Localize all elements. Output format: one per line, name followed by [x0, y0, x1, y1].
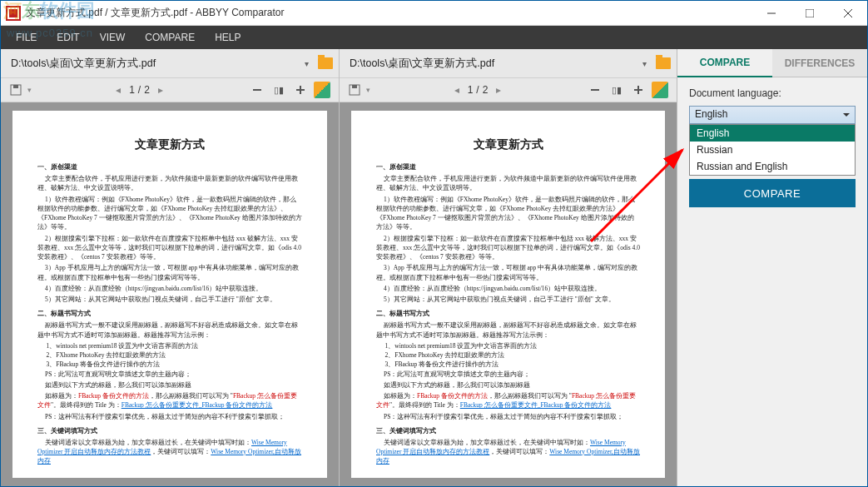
paragraph: 如标题为：FBackup 备份文件的方法，那么副标题我们可以写为 "FBacku…	[376, 391, 640, 410]
open-folder-button[interactable]	[655, 55, 672, 72]
language-option[interactable]: Russian and English	[690, 158, 855, 175]
save-button[interactable]	[345, 80, 365, 100]
paragraph: PS：这种写法有利于搜索引擎优先，标题太过于简短的内容不利于搜索引擎抓取；	[37, 412, 302, 421]
section-heading: 一、原创渠道	[376, 162, 640, 171]
list-item: 3、FBackup 将备份文件进行操作的方法	[376, 360, 640, 369]
paragraph: 3）App 手机应用与上方的编写方法一致，可根据 app 中有具体功能菜单，编写…	[37, 263, 302, 282]
paragraph: 1）软件教程编写：例如《FXhome PhotoKey》软件，是一款数码照片编辑…	[37, 195, 302, 232]
menu-view[interactable]: VIEW	[90, 26, 136, 49]
paragraph: 如遇到以下方式的标题，那么我们可以添加副标题	[37, 380, 302, 390]
paragraph: 如遇到以下方式的标题，那么我们可以添加副标题	[376, 380, 640, 390]
path-dropdown-icon[interactable]: ▾	[300, 59, 314, 68]
right-document-pane: D:\tools\桌面\文章更新方式.pdf ▾ ▾ ◂ 1 / 2 ▸	[339, 49, 677, 486]
paragraph: 关键词通常以文章标题为始，加文章标题过长，在关键词中填写时如：Wise Memo…	[376, 438, 640, 466]
fit-icon	[314, 82, 330, 98]
section-heading: 二、标题书写方式	[376, 309, 640, 318]
next-page-button[interactable]: ▸	[153, 84, 168, 96]
menu-bar: FILE EDIT VIEW COMPARE HELP	[1, 26, 867, 49]
zoom-in-button[interactable]	[290, 80, 310, 100]
prev-page-button[interactable]: ◂	[111, 84, 126, 96]
zoom-out-button[interactable]	[247, 80, 267, 100]
paragraph: 关键词通常以文章标题为始，加文章标题过长，在关键词中填写时如：Wise Memo…	[37, 438, 302, 466]
fit-page-button[interactable]	[312, 80, 332, 100]
paragraph: 副标题书写方式一般不建议采用副标题，副标题写不好容易造成标题文余。如文章在标题中…	[37, 321, 302, 340]
list-item: 2、FXhome PhotoKey 去掉红眼效果的方法	[376, 350, 640, 360]
window-title: 文章更新方式.pdf / 文章更新方式.pdf - ABBYY Comparat…	[26, 6, 752, 20]
save-dropdown-icon[interactable]: ▾	[366, 86, 370, 94]
page-total: 2	[141, 84, 153, 96]
paragraph: 4）百度经验：从百度经验（https://jingyan.baidu.com/l…	[376, 284, 640, 293]
list-item: 3、FBackup 将备份文件进行操作的方法	[37, 360, 302, 369]
folder-icon	[656, 57, 671, 69]
svg-rect-10	[352, 85, 357, 88]
maximize-button[interactable]	[791, 1, 829, 26]
paragraph: 5）其它网站：从其它网站中获取热门视点关键词，自己手工进行 "原创" 文章。	[37, 295, 302, 304]
language-value[interactable]: English	[689, 106, 856, 124]
language-option[interactable]: English	[690, 125, 855, 142]
language-select[interactable]: English English Russian Russian and Engl…	[689, 106, 856, 124]
compare-button[interactable]: COMPARE	[689, 179, 856, 207]
menu-edit[interactable]: EDIT	[47, 26, 89, 49]
fit-icon	[652, 82, 668, 98]
fit-page-button[interactable]	[650, 80, 670, 100]
page-total: 2	[479, 84, 492, 96]
language-label: Document language:	[689, 87, 856, 99]
page-content: 文章更新方式 一、原创渠道 文章主要配合软件，手机应用进行更新，为软件频道中最新…	[12, 111, 327, 478]
section-heading: 一、原创渠道	[37, 162, 302, 171]
list-item: 1、wintools net premium18 设置为中文语言界面的方法	[37, 341, 302, 350]
menu-file[interactable]: FILE	[6, 26, 47, 49]
section-heading: 三、关键词填写方式	[376, 426, 640, 435]
left-document-pane: D:\tools\桌面\文章更新方式.pdf ▾ ▾ ◂ 1 / 2 ▸	[1, 49, 339, 486]
paragraph: PS：此写法可直观写明文章插述文章的主题内容；	[37, 370, 302, 379]
svg-rect-1	[806, 9, 814, 17]
paragraph: PS：这种写法有利于搜索引擎优先，标题太过于简短的内容不利于搜索引擎抓取；	[376, 412, 640, 421]
title-bar: 文章更新方式.pdf / 文章更新方式.pdf - ABBYY Comparat…	[1, 1, 867, 26]
paragraph: 4）百度经验：从百度经验（https://jingyan.baidu.com/l…	[37, 284, 302, 293]
app-icon	[6, 6, 21, 21]
list-item: 1、wintools net premium18 设置为中文语言界面的方法	[376, 341, 640, 350]
menu-help[interactable]: HELP	[205, 26, 250, 49]
paragraph: 3）App 手机应用与上方的编写方法一致，可根据 app 中有具体功能菜单，编写…	[376, 263, 640, 282]
save-dropdown-icon[interactable]: ▾	[27, 86, 32, 94]
paragraph: 如标题为：FBackup 备份文件的方法，那么副标题我们可以写为 "FBacku…	[37, 391, 302, 410]
save-button[interactable]	[6, 80, 26, 100]
open-folder-button[interactable]	[317, 55, 334, 72]
zoom-out-button[interactable]	[585, 80, 605, 100]
paragraph: 5）其它网站：从其它网站中获取热门视点关键词，自己手工进行 "原创" 文章。	[376, 295, 640, 304]
tab-differences[interactable]: DIFFERENCES	[772, 49, 867, 77]
minimize-button[interactable]	[752, 1, 791, 26]
paragraph: 文章主要配合软件，手机应用进行更新，为软件频道中最新更新的软件编写软件使用教程、…	[376, 174, 640, 193]
language-dropdown: English Russian Russian and English	[689, 124, 856, 176]
paragraph: 1）软件教程编写：例如《FXhome PhotoKey》软件，是一款数码照片编辑…	[376, 195, 640, 232]
menu-compare[interactable]: COMPARE	[135, 26, 205, 49]
page-current[interactable]: 1	[126, 84, 138, 96]
zoom-mode-button[interactable]: ▯▮	[269, 80, 289, 100]
zoom-mode-button[interactable]: ▯▮	[607, 80, 627, 100]
paragraph: 2）根据搜索引擎下拉框：如一款软件在百度搜索下拉框单中包括 xxx 破解方法、x…	[37, 234, 302, 262]
doc-title: 文章更新方式	[376, 137, 640, 152]
path-dropdown-icon[interactable]: ▾	[637, 59, 652, 68]
file-path[interactable]: D:\tools\桌面\文章更新方式.pdf	[6, 53, 300, 74]
language-option[interactable]: Russian	[690, 142, 855, 158]
paragraph: PS：此写法可直观写明文章插述文章的主题内容；	[376, 370, 640, 379]
prev-page-button[interactable]: ◂	[449, 84, 464, 96]
paragraph: 文章主要配合软件，手机应用进行更新，为软件频道中最新更新的软件编写软件使用教程、…	[37, 174, 302, 193]
file-path[interactable]: D:\tools\桌面\文章更新方式.pdf	[345, 53, 637, 74]
svg-rect-5	[13, 85, 18, 88]
page-current[interactable]: 1	[464, 84, 477, 96]
page-content: 文章更新方式 一、原创渠道 文章主要配合软件，手机应用进行更新，为软件频道中最新…	[351, 111, 665, 478]
side-panel: COMPARE DIFFERENCES Document language: E…	[677, 49, 867, 486]
doc-title: 文章更新方式	[37, 137, 302, 152]
document-viewport[interactable]: 文章更新方式 一、原创渠道 文章主要配合软件，手机应用进行更新，为软件频道中最新…	[340, 102, 677, 486]
next-page-button[interactable]: ▸	[491, 84, 506, 96]
paragraph: 副标题书写方式一般不建议采用副标题，副标题写不好容易造成标题文余。如文章在标题中…	[376, 321, 640, 340]
section-heading: 三、关键词填写方式	[37, 426, 302, 435]
close-button[interactable]	[829, 1, 867, 26]
document-viewport[interactable]: 文章更新方式 一、原创渠道 文章主要配合软件，手机应用进行更新，为软件频道中最新…	[1, 102, 339, 486]
paragraph: 2）根据搜索引擎下拉框：如一款软件在百度搜索下拉框单中包括 xxx 破解方法、x…	[376, 234, 640, 262]
section-heading: 二、标题书写方式	[37, 309, 302, 318]
zoom-in-button[interactable]	[628, 80, 648, 100]
list-item: 2、FXhome PhotoKey 去掉红眼效果的方法	[37, 350, 302, 360]
tab-compare[interactable]: COMPARE	[677, 49, 772, 77]
folder-icon	[318, 57, 333, 69]
